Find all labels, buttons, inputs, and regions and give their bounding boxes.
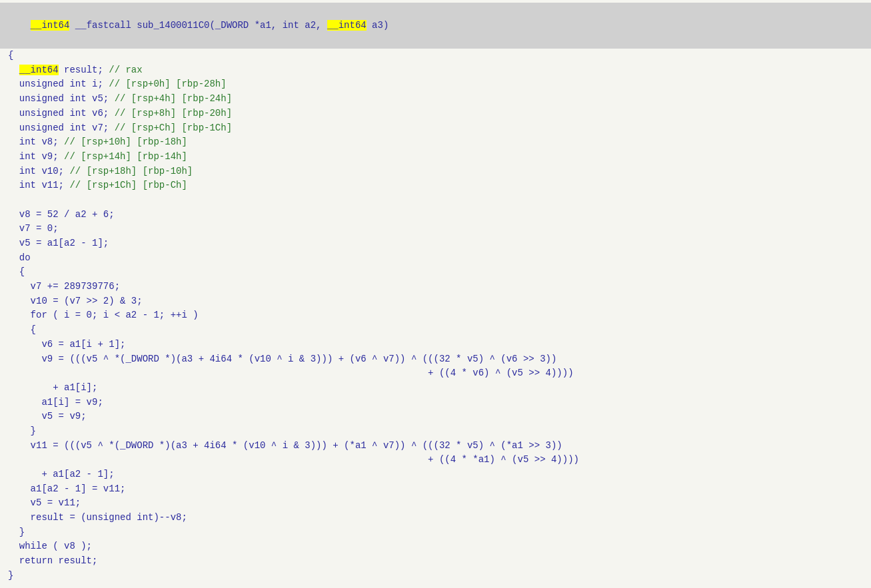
stmt-a1i-v9: a1[i] = v9;: [0, 396, 871, 410]
decl-v10: int v10; // [rsp+18h] [rbp-10h]: [0, 164, 871, 179]
stmt-v9-line3: + a1[i];: [0, 381, 871, 396]
function-signature: __int64 __fastcall sub_1400011C0(_DWORD …: [0, 3, 871, 49]
comment-v9: // [rsp+14h] [rbp-14h]: [64, 151, 187, 162]
comment-v11: // [rsp+1Ch] [rbp-Ch]: [69, 180, 187, 190]
decl-v7: unsigned int v7; // [rsp+Ch] [rbp-1Ch]: [0, 121, 871, 136]
comment-v6: // [rsp+8h] [rbp-20h]: [115, 108, 232, 119]
open-brace-do: {: [0, 265, 871, 280]
highlight-int64-param: __int64: [327, 20, 367, 31]
stmt-v5-init: v5 = a1[a2 - 1];: [0, 236, 871, 251]
stmt-v5-v9: v5 = v9;: [0, 410, 871, 424]
decl-v8: int v8; // [rsp+10h] [rbp-18h]: [0, 135, 871, 150]
stmt-v6: v6 = a1[i + 1];: [0, 338, 871, 352]
highlight-int64-header: __int64: [31, 20, 70, 31]
for-loop: for ( i = 0; i < a2 - 1; ++i ): [0, 308, 871, 323]
signature-rest: __fastcall sub_1400011C0(_DWORD *a1, int…: [69, 20, 327, 31]
highlight-int64-result: __int64: [19, 65, 59, 75]
stmt-v7-add: v7 += 289739776;: [0, 280, 871, 294]
stmt-v5-v11: v5 = v11;: [0, 496, 871, 511]
decl-v9: int v9; // [rsp+14h] [rbp-14h]: [0, 150, 871, 164]
decl-result: __int64 result; // rax: [0, 63, 871, 78]
close-brace-for: }: [0, 424, 871, 439]
decl-v5: unsigned int v5; // [rsp+4h] [rbp-24h]: [0, 92, 871, 107]
return-stmt: return result;: [0, 554, 871, 569]
close-brace-do: }: [0, 525, 871, 540]
empty-line-1: [0, 193, 871, 208]
stmt-v10: v10 = (v7 >> 2) & 3;: [0, 294, 871, 309]
stmt-result: result = (unsigned int)--v8;: [0, 511, 871, 525]
comment-result: // rax: [109, 65, 142, 75]
comment-v8: // [rsp+10h] [rbp-18h]: [64, 137, 187, 147]
comment-v10: // [rsp+18h] [rbp-10h]: [69, 166, 193, 176]
stmt-v9-line2: + ((4 * v6) ^ (v5 >> 4)))): [0, 366, 871, 381]
decl-v6: unsigned int v6; // [rsp+8h] [rbp-20h]: [0, 107, 871, 121]
comment-v5: // [rsp+4h] [rbp-24h]: [115, 93, 232, 104]
close-brace-outer: }: [0, 569, 871, 583]
code-container: __int64 __fastcall sub_1400011C0(_DWORD …: [0, 0, 871, 588]
stmt-a1-v11: a1[a2 - 1] = v11;: [0, 482, 871, 497]
decl-v11: int v11; // [rsp+1Ch] [rbp-Ch]: [0, 178, 871, 193]
do-keyword: do: [0, 251, 871, 266]
stmt-v7-init: v7 = 0;: [0, 222, 871, 236]
stmt-v8-init: v8 = 52 / a2 + 6;: [0, 208, 871, 222]
comment-i: // [rsp+0h] [rbp-28h]: [109, 79, 226, 89]
open-brace-outer: {: [0, 49, 871, 63]
while-stmt: while ( v8 );: [0, 539, 871, 554]
comment-v7: // [rsp+Ch] [rbp-1Ch]: [115, 123, 232, 133]
stmt-v9-line1: v9 = (((v5 ^ *(_DWORD *)(a3 + 4i64 * (v1…: [0, 352, 871, 367]
signature-end: a3): [367, 20, 389, 31]
stmt-v11-line1: v11 = (((v5 ^ *(_DWORD *)(a3 + 4i64 * (v…: [0, 439, 871, 453]
stmt-v11-line3: + a1[a2 - 1];: [0, 467, 871, 482]
stmt-v11-line2: + ((4 * *a1) ^ (v5 >> 4)))): [0, 453, 871, 467]
open-brace-for: {: [0, 323, 871, 338]
decl-i: unsigned int i; // [rsp+0h] [rbp-28h]: [0, 77, 871, 92]
